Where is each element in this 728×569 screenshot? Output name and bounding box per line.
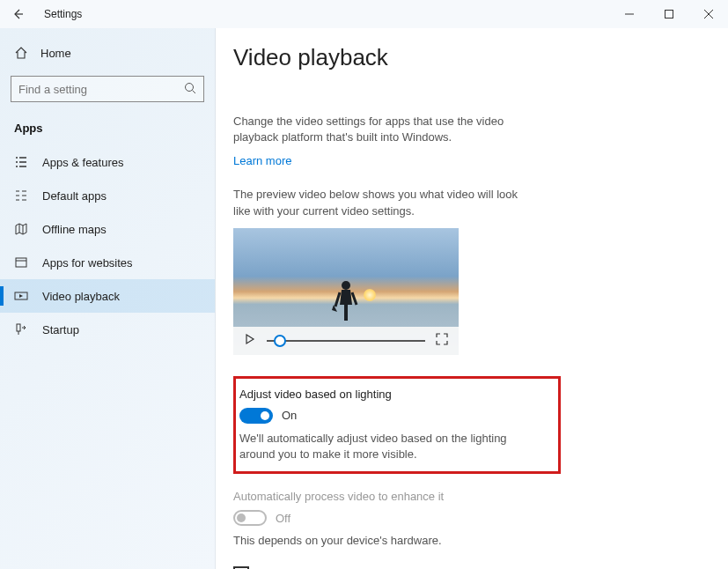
svg-rect-4 <box>17 324 20 331</box>
startup-icon <box>14 322 28 336</box>
svg-rect-0 <box>665 11 673 18</box>
defaults-icon <box>14 188 28 203</box>
sidebar-item-offline-maps[interactable]: Offline maps <box>0 212 215 246</box>
adjust-title: Adjust video based on lighting <box>239 388 546 401</box>
back-button[interactable] <box>11 7 25 21</box>
sidebar-item-apps-websites[interactable]: Apps for websites <box>0 246 215 279</box>
enhance-state: Off <box>276 512 290 525</box>
window-title: Settings <box>37 8 82 20</box>
minimize-button[interactable] <box>609 1 649 27</box>
sidebar-item-home[interactable]: Home <box>0 37 215 69</box>
svg-point-1 <box>186 83 194 91</box>
list-icon <box>14 155 28 169</box>
search-icon <box>184 82 196 97</box>
close-button[interactable] <box>688 1 728 27</box>
learn-more-link[interactable]: Learn more <box>233 154 291 167</box>
home-icon <box>14 46 28 60</box>
enhance-title: Automatically process video to enhance i… <box>233 490 693 503</box>
sidebar-item-startup[interactable]: Startup <box>0 313 215 346</box>
sidebar-home-label: Home <box>40 47 71 60</box>
seek-thumb[interactable] <box>274 335 286 347</box>
enhance-toggle[interactable] <box>233 510 267 526</box>
page-title: Video playback <box>233 44 693 71</box>
search-box[interactable] <box>11 76 204 102</box>
preview-figure <box>330 278 362 331</box>
video-controls <box>233 327 459 355</box>
preview-sun <box>364 289 376 301</box>
video-preview <box>233 228 459 355</box>
main-content: Video playback Change the video settings… <box>216 28 728 569</box>
sidebar-section-header: Apps <box>0 115 215 145</box>
preview-text: The preview video below shows you what v… <box>233 187 533 218</box>
sidebar-item-label: Default apps <box>42 189 107 203</box>
sidebar-item-label: Apps for websites <box>42 256 133 270</box>
adjust-desc: We'll automatically adjust video based o… <box>239 431 539 462</box>
sidebar-item-default-apps[interactable]: Default apps <box>0 179 215 212</box>
adjust-toggle[interactable] <box>239 408 273 424</box>
svg-rect-2 <box>16 258 26 267</box>
website-icon <box>14 255 28 270</box>
sidebar: Home Apps Apps & features Default apps <box>0 28 216 569</box>
sidebar-item-label: Startup <box>42 323 79 336</box>
intro-text: Change the video settings for apps that … <box>233 114 533 145</box>
seek-bar[interactable] <box>267 340 425 342</box>
sidebar-item-apps-features[interactable]: Apps & features <box>0 145 215 179</box>
sidebar-item-video-playback[interactable]: Video playback <box>0 279 215 313</box>
enhance-section: Automatically process video to enhance i… <box>233 490 693 549</box>
map-icon <box>14 222 28 236</box>
sidebar-item-label: Apps & features <box>42 156 124 169</box>
search-input[interactable] <box>18 83 184 96</box>
sidebar-item-label: Video playback <box>42 290 120 303</box>
play-button[interactable] <box>244 333 256 348</box>
adjust-state: On <box>282 409 297 422</box>
svg-point-5 <box>342 281 350 290</box>
fullscreen-button[interactable] <box>436 333 448 348</box>
sidebar-item-label: Offline maps <box>42 223 107 236</box>
adjust-lighting-section: Adjust video based on lighting On We'll … <box>233 376 561 474</box>
enhance-desc: This depends on your device's hardware. <box>233 533 533 549</box>
maximize-button[interactable] <box>649 1 688 27</box>
video-icon <box>14 289 28 303</box>
